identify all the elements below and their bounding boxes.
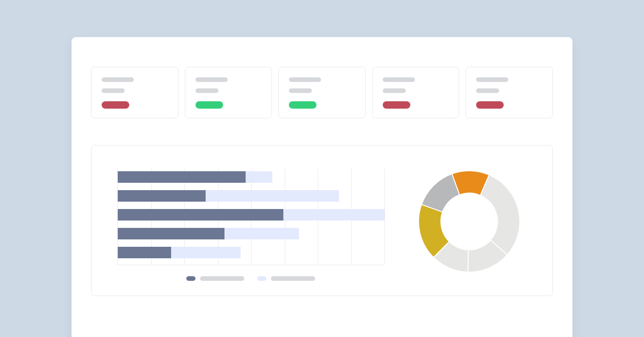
bar-row [118, 190, 385, 202]
bar-primary [118, 247, 171, 258]
legend-label-placeholder [271, 276, 315, 281]
bar-chart-legend [117, 276, 384, 281]
bar-primary [118, 171, 246, 183]
stat-title-placeholder [196, 77, 228, 82]
status-badge [383, 101, 410, 109]
bar-primary [118, 228, 224, 239]
status-badge [196, 101, 223, 109]
status-badge [289, 101, 316, 109]
legend-label-placeholder [200, 276, 244, 281]
bar-row [118, 247, 385, 258]
stat-card-3[interactable] [278, 67, 366, 118]
bar-row [118, 228, 385, 239]
stat-title-placeholder [289, 77, 321, 82]
charts-card [91, 145, 553, 296]
bar-chart-block [117, 168, 384, 281]
status-badge [102, 101, 129, 109]
donut-chart [416, 168, 522, 274]
legend-swatch [257, 276, 266, 281]
bar-row [118, 171, 385, 183]
stat-card-2[interactable] [185, 67, 272, 118]
donut-segment [480, 175, 520, 255]
legend-swatch [186, 276, 196, 281]
stats-row [91, 67, 553, 118]
stat-title-placeholder [102, 77, 134, 82]
bar-chart [117, 168, 384, 265]
status-badge [476, 101, 504, 109]
stat-value-placeholder [289, 88, 312, 93]
bar-primary [118, 209, 283, 221]
bar-row [118, 209, 385, 221]
donut-chart-wrap [412, 168, 527, 274]
stat-value-placeholder [383, 88, 406, 93]
legend-item-primary [186, 276, 244, 281]
bar-primary [118, 190, 206, 202]
donut-segment [421, 174, 460, 212]
stat-value-placeholder [102, 88, 125, 93]
stat-card-4[interactable] [372, 67, 460, 118]
stat-title-placeholder [383, 77, 415, 82]
stat-card-1[interactable] [91, 67, 178, 118]
stat-value-placeholder [476, 88, 499, 93]
stat-title-placeholder [476, 77, 508, 82]
stat-value-placeholder [196, 88, 218, 93]
legend-item-secondary [257, 276, 315, 281]
dashboard-panel [71, 37, 573, 337]
stat-card-5[interactable] [466, 67, 553, 118]
